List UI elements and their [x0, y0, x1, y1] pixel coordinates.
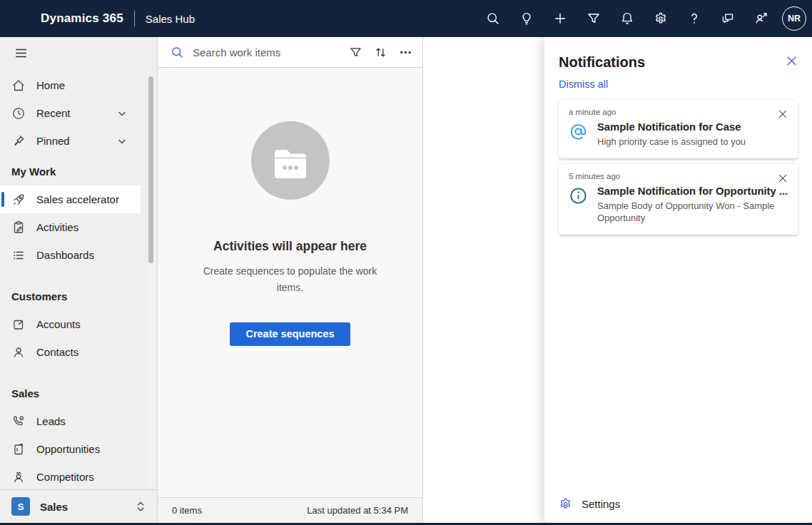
brand-area: Dynamics 365 Sales Hub [0, 11, 195, 26]
notification-body: High priority case is assigned to you [597, 136, 788, 148]
create-new-button[interactable] [543, 0, 577, 37]
brand-divider [134, 11, 135, 26]
filter-work-items-button[interactable] [343, 40, 368, 64]
notification-texts: Sample Notification for Case High priori… [597, 121, 788, 148]
sidebar-section-my-work: My Work [0, 158, 157, 185]
sidebar-item-opportunities[interactable]: Opportunities [0, 435, 141, 463]
avatar-initials: NR [788, 14, 801, 24]
notification-content: Sample Notification for Opportunity ... … [569, 185, 788, 225]
help-button[interactable] [677, 0, 711, 37]
sidebar-item-label: Recent [36, 107, 71, 119]
info-icon [569, 185, 588, 225]
create-sequences-button[interactable]: Create sequences [230, 322, 350, 346]
area-badge: S [11, 497, 30, 516]
work-items-pane: Activities will appear here Create seque… [158, 37, 423, 523]
sidebar-item-label: Pinned [36, 135, 70, 147]
notification-card[interactable]: 5 minutes ago Sample Notification for Op… [559, 164, 798, 235]
ellipsis-icon [399, 46, 412, 59]
search-icon [171, 46, 184, 59]
topbar-actions: NR [476, 0, 812, 37]
dismiss-notification-button[interactable] [775, 106, 791, 124]
data-chart-icon [11, 248, 26, 262]
work-items-search-header [158, 37, 422, 68]
sort-arrows-icon [374, 46, 387, 59]
at-mention-icon [569, 121, 588, 148]
dynamics-365-app: Dynamics 365 Sales Hub [0, 0, 812, 525]
sidebar-item-activities[interactable]: Activities [0, 213, 141, 241]
top-navigation-bar: Dynamics 365 Sales Hub [0, 0, 812, 37]
dismiss-all-link[interactable]: Dismiss all [559, 78, 608, 90]
sidebar-item-accounts[interactable]: Accounts [0, 310, 141, 338]
sidebar-item-label: Leads [36, 415, 66, 427]
notification-card[interactable]: a minute ago Sample Notification for Cas… [559, 100, 798, 158]
sidebar-item-sales-accelerator[interactable]: Sales accelerator [0, 185, 141, 213]
sidebar-scrollbar-thumb[interactable] [148, 76, 153, 263]
more-options-button[interactable] [393, 40, 418, 64]
filter-funnel-icon [587, 11, 601, 26]
selected-indicator [1, 192, 4, 207]
bell-icon [620, 11, 634, 26]
chevron-up-down-icon [134, 499, 147, 514]
dismiss-notification-button[interactable] [775, 170, 791, 188]
notification-list: a minute ago Sample Notification for Cas… [559, 100, 798, 235]
notification-settings-button[interactable]: Settings [559, 497, 620, 511]
empty-state: Activities will appear here Create seque… [158, 68, 422, 497]
sidebar-item-label: Sales accelerator [36, 193, 119, 205]
accounts-box-icon [11, 317, 26, 332]
notification-timestamp: a minute ago [569, 108, 788, 116]
work-items-status-bar: 0 items Last updated at 5:34 PM [158, 497, 422, 523]
app-name[interactable]: Sales Hub [146, 13, 195, 25]
sidebar-item-leads[interactable]: Leads [0, 407, 141, 435]
feedback-button[interactable] [711, 0, 744, 37]
sidebar-item-label: Opportunities [36, 443, 100, 455]
settings-gear-button[interactable] [644, 0, 677, 37]
search-work-items-input[interactable] [193, 46, 314, 58]
person-icon [11, 345, 26, 360]
site-map-sidebar: Home Recent Pinned My Wo [0, 37, 158, 523]
page-content: Home Recent Pinned My Wo [0, 37, 812, 523]
notifications-bell-button[interactable] [610, 0, 644, 37]
sidebar-item-recent[interactable]: Recent [0, 99, 141, 127]
brand-logo-text: Dynamics 365 [41, 11, 123, 26]
settings-label: Settings [582, 498, 620, 510]
last-updated: Last updated at 5:34 PM [307, 505, 408, 516]
sidebar-item-competitors[interactable]: Competitors [0, 463, 141, 491]
notifications-panel: Notifications Dismiss all a minute ago [544, 37, 812, 523]
clock-icon [11, 106, 26, 121]
page-background [423, 37, 544, 523]
hamburger-menu-button[interactable] [11, 43, 31, 66]
empty-state-title: Activities will appear here [213, 239, 367, 254]
rocket-icon [11, 193, 26, 207]
account-avatar[interactable]: NR [782, 6, 806, 31]
search-icon [486, 11, 500, 26]
sidebar-item-label: Home [36, 79, 65, 91]
hamburger-icon [14, 46, 29, 61]
notification-body: Sample Body of Opportunity Won - Sample … [597, 200, 788, 225]
question-mark-icon [687, 11, 701, 26]
gear-icon [559, 497, 572, 511]
sidebar-item-contacts[interactable]: Contacts [0, 338, 141, 366]
search-button[interactable] [476, 0, 509, 37]
notifications-title: Notifications [559, 54, 645, 71]
close-notifications-button[interactable] [783, 52, 801, 72]
phone-gear-icon [11, 414, 26, 429]
clipboard-pencil-icon [11, 220, 26, 235]
share-user-button[interactable] [744, 0, 778, 37]
close-icon [778, 109, 788, 119]
sort-work-items-button[interactable] [368, 40, 393, 64]
global-filter-button[interactable] [577, 0, 610, 37]
items-count: 0 items [172, 505, 202, 516]
area-switcher[interactable]: S Sales [0, 489, 157, 523]
notification-timestamp: 5 minutes ago [569, 172, 788, 180]
document-flag-icon [11, 442, 26, 457]
sidebar-item-dashboards[interactable]: Dashboards [0, 241, 141, 269]
sidebar-item-label: Dashboards [36, 249, 94, 261]
sidebar-item-home[interactable]: Home [0, 71, 141, 99]
sidebar-scrollbar-track[interactable] [148, 71, 153, 485]
sidebar-item-pinned[interactable]: Pinned [0, 127, 141, 155]
notifications-header: Notifications [559, 52, 798, 72]
close-icon [786, 55, 798, 67]
sidebar-top [0, 37, 157, 71]
chat-bubbles-icon [721, 11, 735, 26]
insights-button[interactable] [509, 0, 543, 37]
